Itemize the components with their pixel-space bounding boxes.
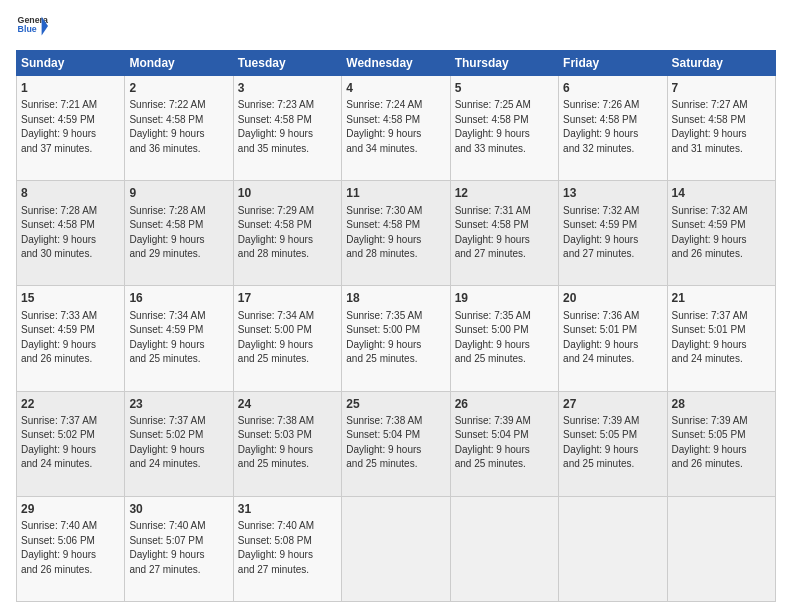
day-cell: 8Sunrise: 7:28 AMSunset: 4:58 PMDaylight… <box>17 181 125 286</box>
column-header-monday: Monday <box>125 51 233 76</box>
day-cell: 3Sunrise: 7:23 AMSunset: 4:58 PMDaylight… <box>233 76 341 181</box>
day-number: 2 <box>129 80 228 97</box>
day-info: Sunrise: 7:31 AMSunset: 4:58 PMDaylight:… <box>455 204 554 262</box>
day-number: 25 <box>346 396 445 413</box>
svg-text:Blue: Blue <box>18 24 37 34</box>
day-cell: 26Sunrise: 7:39 AMSunset: 5:04 PMDayligh… <box>450 391 558 496</box>
day-cell: 7Sunrise: 7:27 AMSunset: 4:58 PMDaylight… <box>667 76 775 181</box>
week-row-1: 1Sunrise: 7:21 AMSunset: 4:59 PMDaylight… <box>17 76 776 181</box>
day-number: 26 <box>455 396 554 413</box>
day-cell: 21Sunrise: 7:37 AMSunset: 5:01 PMDayligh… <box>667 286 775 391</box>
column-header-saturday: Saturday <box>667 51 775 76</box>
day-number: 20 <box>563 290 662 307</box>
day-info: Sunrise: 7:35 AMSunset: 5:00 PMDaylight:… <box>346 309 445 367</box>
day-number: 29 <box>21 501 120 518</box>
day-cell <box>342 496 450 601</box>
day-number: 21 <box>672 290 771 307</box>
day-number: 8 <box>21 185 120 202</box>
day-info: Sunrise: 7:34 AMSunset: 5:00 PMDaylight:… <box>238 309 337 367</box>
day-info: Sunrise: 7:29 AMSunset: 4:58 PMDaylight:… <box>238 204 337 262</box>
day-info: Sunrise: 7:22 AMSunset: 4:58 PMDaylight:… <box>129 98 228 156</box>
day-number: 31 <box>238 501 337 518</box>
day-cell: 24Sunrise: 7:38 AMSunset: 5:03 PMDayligh… <box>233 391 341 496</box>
day-number: 4 <box>346 80 445 97</box>
day-number: 12 <box>455 185 554 202</box>
day-info: Sunrise: 7:39 AMSunset: 5:04 PMDaylight:… <box>455 414 554 472</box>
day-number: 11 <box>346 185 445 202</box>
day-info: Sunrise: 7:34 AMSunset: 4:59 PMDaylight:… <box>129 309 228 367</box>
day-cell <box>559 496 667 601</box>
day-info: Sunrise: 7:24 AMSunset: 4:58 PMDaylight:… <box>346 98 445 156</box>
header-row: SundayMondayTuesdayWednesdayThursdayFrid… <box>17 51 776 76</box>
day-number: 1 <box>21 80 120 97</box>
day-info: Sunrise: 7:33 AMSunset: 4:59 PMDaylight:… <box>21 309 120 367</box>
day-cell: 1Sunrise: 7:21 AMSunset: 4:59 PMDaylight… <box>17 76 125 181</box>
day-number: 13 <box>563 185 662 202</box>
day-cell <box>450 496 558 601</box>
day-info: Sunrise: 7:37 AMSunset: 5:01 PMDaylight:… <box>672 309 771 367</box>
day-info: Sunrise: 7:27 AMSunset: 4:58 PMDaylight:… <box>672 98 771 156</box>
day-cell: 9Sunrise: 7:28 AMSunset: 4:58 PMDaylight… <box>125 181 233 286</box>
day-info: Sunrise: 7:38 AMSunset: 5:03 PMDaylight:… <box>238 414 337 472</box>
day-info: Sunrise: 7:35 AMSunset: 5:00 PMDaylight:… <box>455 309 554 367</box>
day-number: 9 <box>129 185 228 202</box>
day-number: 24 <box>238 396 337 413</box>
day-number: 14 <box>672 185 771 202</box>
day-info: Sunrise: 7:25 AMSunset: 4:58 PMDaylight:… <box>455 98 554 156</box>
day-number: 30 <box>129 501 228 518</box>
day-info: Sunrise: 7:38 AMSunset: 5:04 PMDaylight:… <box>346 414 445 472</box>
day-cell: 19Sunrise: 7:35 AMSunset: 5:00 PMDayligh… <box>450 286 558 391</box>
day-info: Sunrise: 7:26 AMSunset: 4:58 PMDaylight:… <box>563 98 662 156</box>
day-info: Sunrise: 7:32 AMSunset: 4:59 PMDaylight:… <box>563 204 662 262</box>
day-info: Sunrise: 7:37 AMSunset: 5:02 PMDaylight:… <box>21 414 120 472</box>
day-cell: 23Sunrise: 7:37 AMSunset: 5:02 PMDayligh… <box>125 391 233 496</box>
day-info: Sunrise: 7:28 AMSunset: 4:58 PMDaylight:… <box>129 204 228 262</box>
day-number: 3 <box>238 80 337 97</box>
week-row-3: 15Sunrise: 7:33 AMSunset: 4:59 PMDayligh… <box>17 286 776 391</box>
day-cell: 14Sunrise: 7:32 AMSunset: 4:59 PMDayligh… <box>667 181 775 286</box>
week-row-2: 8Sunrise: 7:28 AMSunset: 4:58 PMDaylight… <box>17 181 776 286</box>
day-cell: 12Sunrise: 7:31 AMSunset: 4:58 PMDayligh… <box>450 181 558 286</box>
column-header-sunday: Sunday <box>17 51 125 76</box>
day-info: Sunrise: 7:32 AMSunset: 4:59 PMDaylight:… <box>672 204 771 262</box>
day-info: Sunrise: 7:21 AMSunset: 4:59 PMDaylight:… <box>21 98 120 156</box>
day-cell <box>667 496 775 601</box>
day-info: Sunrise: 7:37 AMSunset: 5:02 PMDaylight:… <box>129 414 228 472</box>
day-cell: 10Sunrise: 7:29 AMSunset: 4:58 PMDayligh… <box>233 181 341 286</box>
week-row-4: 22Sunrise: 7:37 AMSunset: 5:02 PMDayligh… <box>17 391 776 496</box>
day-cell: 17Sunrise: 7:34 AMSunset: 5:00 PMDayligh… <box>233 286 341 391</box>
logo-icon: General Blue <box>16 10 48 42</box>
day-cell: 28Sunrise: 7:39 AMSunset: 5:05 PMDayligh… <box>667 391 775 496</box>
day-info: Sunrise: 7:40 AMSunset: 5:08 PMDaylight:… <box>238 519 337 577</box>
day-cell: 30Sunrise: 7:40 AMSunset: 5:07 PMDayligh… <box>125 496 233 601</box>
day-info: Sunrise: 7:40 AMSunset: 5:06 PMDaylight:… <box>21 519 120 577</box>
day-info: Sunrise: 7:39 AMSunset: 5:05 PMDaylight:… <box>563 414 662 472</box>
day-cell: 18Sunrise: 7:35 AMSunset: 5:00 PMDayligh… <box>342 286 450 391</box>
day-info: Sunrise: 7:30 AMSunset: 4:58 PMDaylight:… <box>346 204 445 262</box>
day-number: 19 <box>455 290 554 307</box>
calendar-header: SundayMondayTuesdayWednesdayThursdayFrid… <box>17 51 776 76</box>
week-row-5: 29Sunrise: 7:40 AMSunset: 5:06 PMDayligh… <box>17 496 776 601</box>
day-cell: 22Sunrise: 7:37 AMSunset: 5:02 PMDayligh… <box>17 391 125 496</box>
day-cell: 20Sunrise: 7:36 AMSunset: 5:01 PMDayligh… <box>559 286 667 391</box>
day-number: 10 <box>238 185 337 202</box>
day-number: 22 <box>21 396 120 413</box>
day-number: 18 <box>346 290 445 307</box>
day-info: Sunrise: 7:36 AMSunset: 5:01 PMDaylight:… <box>563 309 662 367</box>
day-number: 23 <box>129 396 228 413</box>
calendar-table: SundayMondayTuesdayWednesdayThursdayFrid… <box>16 50 776 602</box>
day-number: 7 <box>672 80 771 97</box>
day-cell: 5Sunrise: 7:25 AMSunset: 4:58 PMDaylight… <box>450 76 558 181</box>
day-number: 6 <box>563 80 662 97</box>
day-number: 17 <box>238 290 337 307</box>
logo: General Blue <box>16 10 48 42</box>
day-number: 16 <box>129 290 228 307</box>
column-header-tuesday: Tuesday <box>233 51 341 76</box>
calendar-body: 1Sunrise: 7:21 AMSunset: 4:59 PMDaylight… <box>17 76 776 602</box>
day-cell: 16Sunrise: 7:34 AMSunset: 4:59 PMDayligh… <box>125 286 233 391</box>
column-header-wednesday: Wednesday <box>342 51 450 76</box>
day-info: Sunrise: 7:28 AMSunset: 4:58 PMDaylight:… <box>21 204 120 262</box>
day-cell: 11Sunrise: 7:30 AMSunset: 4:58 PMDayligh… <box>342 181 450 286</box>
column-header-friday: Friday <box>559 51 667 76</box>
day-info: Sunrise: 7:40 AMSunset: 5:07 PMDaylight:… <box>129 519 228 577</box>
